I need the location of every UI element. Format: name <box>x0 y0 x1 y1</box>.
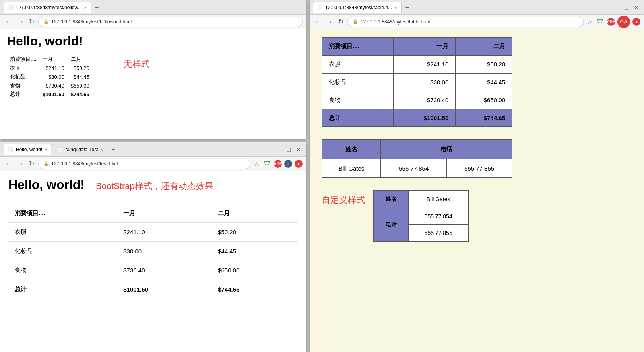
total-row: 总计 $1001.50 $744.65 <box>7 90 93 99</box>
browser-window-3: 📄 127.0.0.1:8848/mytest/table.h... × + −… <box>309 0 644 352</box>
table-row: 化妆品 $30.00 $44.45 <box>322 73 512 91</box>
contact-name-row: 姓名 Bill Gates <box>374 191 468 208</box>
address-bar-3[interactable]: 🔒 127.0.0.1:8848/mytest/table.html <box>347 17 584 27</box>
item-feb: $650.00 <box>211 261 298 280</box>
contact-col-name: 姓名 <box>322 140 381 159</box>
bs-col-item: 消费项目.... <box>8 205 117 222</box>
table-row: 食物 $730.40 $650.00 <box>8 261 298 280</box>
content-1: Hello, world! 无样式 消费项目.... 一月 二月 衣服 $241… <box>0 29 306 139</box>
url-text-2: 127.0.0.1:8848/mytest/test.html <box>51 161 118 167</box>
refresh-button-2[interactable]: ↻ <box>27 159 36 168</box>
new-tab-button-1[interactable]: + <box>93 3 101 12</box>
table-row: 食物 $730.40 $650.00 <box>7 81 93 90</box>
active-tab-1[interactable]: 📄 127.0.0.1:8848/mytest/hellow... × <box>4 2 91 13</box>
styled-total-row: 总计 $1001.50 $744.65 <box>322 109 512 127</box>
toolbar-1: ← → ↻ 🔒 127.0.0.1:8848/mytest/helloworld… <box>0 15 306 29</box>
custom-style-label: 自定义样式 <box>322 194 365 206</box>
forward-button-1[interactable]: → <box>16 18 25 26</box>
shield-icon-3: 🛡 <box>596 18 605 26</box>
bootstrap-expense-table: 消费项目.... 一月 二月 衣服 $241.10 $50.20 化妆品 $30… <box>8 205 298 299</box>
styled-col-jan: 一月 <box>393 37 455 55</box>
item-jan: $730.40 <box>393 91 455 109</box>
item-name: 衣服 <box>8 222 117 242</box>
red-circle-icon-2: ● <box>295 160 303 168</box>
tab-page-icon-2a: 📄 <box>8 147 14 152</box>
lock-icon-2: 🔒 <box>43 161 49 166</box>
contact-table-vertical: 姓名 Bill Gates 电话 555 77 854 555 77 855 <box>373 190 469 242</box>
contact-row: Bill Gates 555 77 854 555 77 855 <box>322 159 512 178</box>
star-button-2[interactable]: ☆ <box>253 160 260 168</box>
browser-window-1: 📄 127.0.0.1:8848/mytest/hellow... × + ← … <box>0 0 306 139</box>
contact-phone2: 555 77 855 <box>446 159 512 178</box>
no-style-label: 无样式 <box>124 58 150 70</box>
minimize-button-2[interactable]: − <box>275 146 283 154</box>
tab-label-2a: Hello, world! <box>16 147 42 152</box>
contact-phone1: 555 77 854 <box>381 159 446 178</box>
refresh-button-3[interactable]: ↻ <box>337 17 345 26</box>
url-text-3: 127.0.0.1:8848/mytest/table.html <box>361 19 430 25</box>
titlebar-2: 📄 Hello, world! × 📄 cungudafa-Test × + −… <box>0 142 306 157</box>
contact-col-phone: 电话 <box>381 140 512 159</box>
total-label: 总计 <box>322 109 393 127</box>
tab-close-2a[interactable]: × <box>45 147 47 152</box>
page-heading-1: Hello, world! <box>7 34 299 49</box>
lock-icon-3: 🔒 <box>353 19 358 24</box>
item-jan: $30.00 <box>117 242 211 261</box>
tab-label-2b: cungudafa-Test <box>65 147 98 152</box>
total-jan: $1001.50 <box>43 91 64 97</box>
back-button-1[interactable]: ← <box>4 18 13 26</box>
total-jan: $1001.50 <box>393 109 455 127</box>
maximize-button-3[interactable]: □ <box>623 4 630 12</box>
tab-page-icon-2b: 📄 <box>57 147 63 152</box>
total-row: 总计 $1001.50 $744.65 <box>8 280 298 299</box>
abp-icon-3: ABP <box>607 18 615 26</box>
col-header-jan: 一月 <box>39 55 67 64</box>
new-tab-button-3[interactable]: + <box>403 3 411 12</box>
user-icon-2: 👤 <box>284 160 292 168</box>
window-controls-3: − □ × <box>613 4 640 12</box>
tab-page-icon-1: 📄 <box>8 5 14 10</box>
back-button-3[interactable]: ← <box>313 18 322 26</box>
item-name: 食物 <box>8 261 117 280</box>
refresh-button-1[interactable]: ↻ <box>27 17 36 26</box>
titlebar-3: 📄 127.0.0.1:8848/mytest/table.h... × + −… <box>310 0 644 15</box>
new-tab-button-2[interactable]: + <box>109 145 117 154</box>
contact-table-horizontal: 姓名 电话 Bill Gates 555 77 854 555 77 855 <box>322 139 512 178</box>
table-row: 衣服 $241.10 $50.20 <box>8 222 298 242</box>
shield-icon-2: 🛡 <box>263 159 272 168</box>
window-controls-2: − □ × <box>275 146 303 154</box>
star-button-3[interactable]: ☆ <box>586 18 594 26</box>
item-feb: $50.20 <box>455 55 512 73</box>
item-name: 食物 <box>7 81 39 90</box>
address-bar-2[interactable]: 🔒 127.0.0.1:8848/mytest/test.html <box>38 159 250 169</box>
table-row: 食物 $730.40 $650.00 <box>322 91 512 109</box>
tab-close-3[interactable]: × <box>394 5 397 10</box>
inactive-tab-2[interactable]: 📄 cungudafa-Test × <box>53 144 107 155</box>
address-bar-1[interactable]: 🔒 127.0.0.1:8848/mytest/helloworld.html <box>38 17 303 27</box>
close-button-2[interactable]: × <box>295 146 303 154</box>
tab-close-1[interactable]: × <box>84 5 86 10</box>
item-jan: $241.10 <box>393 55 455 73</box>
minimize-button-3[interactable]: − <box>613 4 621 12</box>
item-feb: $50.20 <box>211 222 298 242</box>
close-button-3[interactable]: × <box>632 4 640 12</box>
total-feb: $744.65 <box>211 280 298 299</box>
back-button-2[interactable]: ← <box>4 159 13 168</box>
forward-button-2[interactable]: → <box>16 159 25 168</box>
name-label: 姓名 <box>374 191 408 208</box>
active-tab-2[interactable]: 📄 Hello, world! × <box>4 144 51 155</box>
url-text-1: 127.0.0.1:8848/mytest/helloworld.html <box>51 19 132 25</box>
maximize-button-2[interactable]: □ <box>285 146 293 154</box>
forward-button-3[interactable]: → <box>325 18 334 26</box>
table-row: 衣服 $241.10 $50.20 <box>7 64 93 72</box>
bootstrap-header-row: 消费项目.... 一月 二月 <box>8 205 298 222</box>
toolbar-2: ← → ↻ 🔒 127.0.0.1:8848/mytest/test.html … <box>0 157 306 171</box>
toolbar-3: ← → ↻ 🔒 127.0.0.1:8848/mytest/table.html… <box>310 15 644 29</box>
active-tab-3[interactable]: 📄 127.0.0.1:8848/mytest/table.h... × <box>313 2 402 13</box>
tab-close-2b[interactable]: × <box>101 147 103 152</box>
table-row: 化妆品 $30.00 $44.45 <box>8 242 298 261</box>
item-name: 化妆品 <box>322 73 393 91</box>
table-row: 化妆品 $30.00 $44.45 <box>7 72 93 81</box>
titlebar-1: 📄 127.0.0.1:8848/mytest/hellow... × + <box>0 0 306 15</box>
bs-col-jan: 一月 <box>117 205 211 222</box>
